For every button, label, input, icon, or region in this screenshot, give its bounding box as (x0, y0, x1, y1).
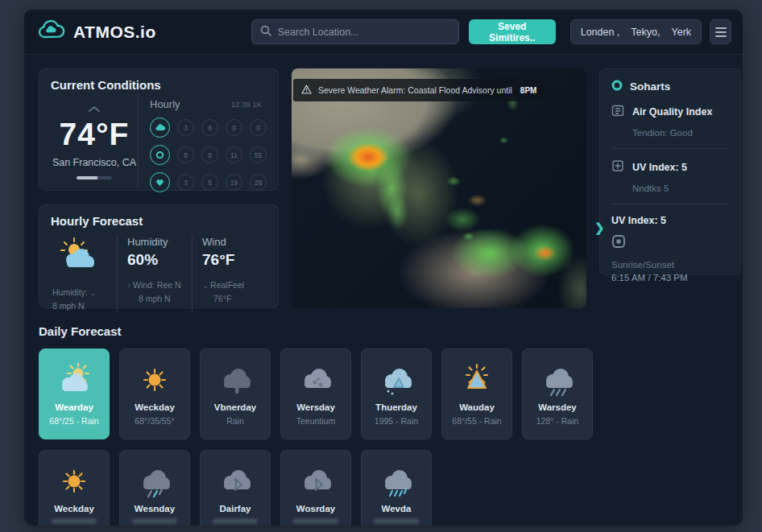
air-quality-icon (611, 104, 624, 120)
hourly-value-chip[interactable]: 19 (226, 174, 242, 191)
uv-index-icon (611, 159, 624, 175)
search-input[interactable]: Search Location... (251, 19, 459, 44)
search-icon (260, 25, 271, 39)
chevron-down-icon: ⌄ (202, 282, 210, 290)
sidebar-collapse-chevron-icon[interactable]: ❯ (594, 221, 605, 235)
daily-forecast-card[interactable]: Dairfay (200, 450, 271, 526)
card-day-label: Wesnday (135, 504, 175, 513)
daily-forecast-card[interactable]: Weckday 68°/35/55° (119, 348, 190, 439)
sunrise-sunset-label: Sunrise/Sunset (611, 260, 729, 270)
sidebar-item[interactable]: UV Index: 5 Sunrise/Sunset 6:15 AM / 7:4… (611, 204, 729, 282)
cloud-weather-glyph-icon[interactable] (150, 118, 170, 138)
cloud-rain-icon (216, 362, 255, 398)
realfeel-value: 76°F (202, 292, 257, 305)
app-window: ATMOS.io Search Location... Seved Simiti… (24, 10, 743, 526)
weather-map[interactable]: Severe Weather Alarm: Coastal Flood Advi… (292, 68, 586, 308)
daily-forecast-card[interactable]: Wersday Teeuntium (280, 348, 351, 439)
cloud-rain-lines-icon (377, 464, 416, 499)
card-sub-smudge (52, 518, 97, 524)
donut-circle-icon (611, 80, 623, 93)
hourly-time-label: 12 39 1K (231, 100, 262, 109)
daily-forecast-card[interactable]: Warsdey 128° - Rain (522, 348, 593, 439)
daily-forecast-card[interactable]: Vbnerday Rain (200, 348, 271, 439)
top-bar: ATMOS.io Search Location... Seved Simiti… (24, 10, 743, 55)
hourly-value-chip[interactable]: 8 (201, 119, 218, 136)
daily-forecast-section: Daily Forecast Wearday 68°/25 - Rain Wec… (24, 308, 743, 526)
sidebar-item-label: Air Quality Index (632, 106, 712, 118)
hourly-row: 881155 (150, 145, 267, 165)
card-sub-label: 1995 - Rain (375, 416, 418, 426)
hourly-value-chip[interactable]: 3 (177, 119, 194, 136)
daily-forecast-card[interactable]: Weckday (39, 450, 110, 526)
cloud-alert-icon (377, 362, 416, 398)
location-tab-0[interactable]: Londen , (581, 27, 620, 38)
hourly-rows: 3800 881155 351928 (150, 118, 267, 192)
cloud-snow-icon (296, 362, 335, 398)
daily-forecast-card[interactable]: Wearday 68°/25 - Rain (39, 348, 110, 439)
location-tab-1[interactable]: Tekyo, (631, 27, 660, 38)
daily-forecast-card[interactable]: Thuerday 1995 - Rain (361, 348, 432, 439)
daily-forecast-card[interactable]: Wauday 68°/55 - Rain (441, 348, 512, 439)
hourly-value-chip[interactable]: 8 (177, 146, 194, 163)
pagination-bar[interactable] (77, 176, 112, 179)
hourly-value-chip[interactable]: 55 (250, 146, 267, 163)
hourly-value-chip[interactable]: 8 (201, 146, 218, 163)
sun-alert-icon (458, 362, 495, 398)
cloud-wind-icon (296, 464, 335, 499)
wind-speed-value-2: 8 mph N (127, 292, 182, 305)
sidebar-item-sub: Tendion: Good (611, 128, 729, 138)
location-tabs[interactable]: Londen ,Tekyo,Yerk (570, 19, 702, 44)
card-day-label: Wersday (296, 402, 335, 412)
humidity-value: 60% (127, 251, 182, 269)
wind-label: Wind (202, 236, 257, 248)
card-sub-label: 68°/55 - Rain (452, 416, 501, 426)
heart-weather-glyph-icon[interactable] (150, 172, 170, 192)
hourly-value-chip[interactable]: 5 (201, 174, 218, 191)
card-day-label: Weckday (135, 402, 175, 412)
weather-alert-banner[interactable]: Severe Weather Alarm: Coastal Flood Advi… (293, 79, 545, 101)
sun-icon (137, 362, 172, 398)
chevron-down-icon: ⌄ (90, 289, 97, 297)
card-sub-smudge (374, 518, 419, 524)
location-tab-2[interactable]: Yerk (672, 27, 692, 38)
hourly-value-chip[interactable]: 0 (226, 119, 242, 136)
hourly-value-chip[interactable]: 3 (177, 174, 194, 191)
right-sidebar: Soharts Air Quality Index Tendion: Good … (599, 68, 741, 275)
sidebar-item[interactable]: Air Quality Index Tendion: Good (611, 93, 729, 138)
daily-forecast-card[interactable]: Wosrday (280, 450, 351, 526)
current-location: San Francisco, CA (52, 157, 136, 168)
daily-forecast-title: Daily Forecast (39, 324, 743, 338)
app-logo: ATMOS.io (37, 20, 156, 44)
ring-weather-glyph-icon[interactable] (150, 145, 170, 165)
hourly-forecast-col-humidity: Humidity 60% ↑ Wind: Ree N 8 mph N (117, 236, 192, 312)
hourly-value-chip[interactable]: 28 (250, 174, 267, 191)
hourly-value-chip[interactable]: 11 (226, 146, 242, 163)
saved-locations-button[interactable]: Seved Simitires.. (469, 19, 556, 44)
daily-forecast-card[interactable]: Wesnday (119, 450, 190, 526)
card-sub-label: Teeuntium (296, 416, 335, 426)
hourly-row: 351928 (150, 172, 267, 192)
current-conditions-title: Current Conditions (51, 78, 267, 92)
hourly-value-chip[interactable]: 0 (250, 119, 267, 136)
chevron-up-icon[interactable] (89, 101, 100, 115)
card-day-label: Warsdey (538, 402, 577, 412)
daily-forecast-card[interactable]: Wevda (361, 450, 432, 526)
realfeel-label: RealFeel (210, 280, 244, 290)
hourly-forecast-col-conditions: Humidity: ⌄ 8 mph N (51, 236, 117, 312)
card-day-label: Thuerday (375, 402, 417, 412)
cloud-drizzle-icon (135, 464, 174, 499)
main-content: Current Conditions 74°F San Francisco, C… (24, 55, 743, 308)
card-day-label: Wevda (382, 504, 412, 513)
card-sub-label: 128° - Rain (536, 416, 579, 426)
hourly-forecast-title: Hourly Forecast (51, 214, 267, 228)
sidebar-title: Soharts (630, 80, 670, 93)
humidity-dropdown[interactable]: Humidity: ⌄ (52, 286, 107, 299)
card-sub-smudge (213, 518, 258, 524)
sidebar-item[interactable]: UV Index: 5 Nndtks 5 (611, 148, 729, 193)
current-temperature: 74°F (60, 117, 130, 152)
alert-text: Severe Weather Alarm: Coastal Flood Advi… (318, 85, 512, 95)
sidebar-item-sub: Nndtks 5 (611, 184, 729, 193)
sun-icon (56, 464, 92, 499)
card-day-label: Wosrday (296, 504, 335, 513)
hamburger-menu-button[interactable] (710, 19, 731, 44)
